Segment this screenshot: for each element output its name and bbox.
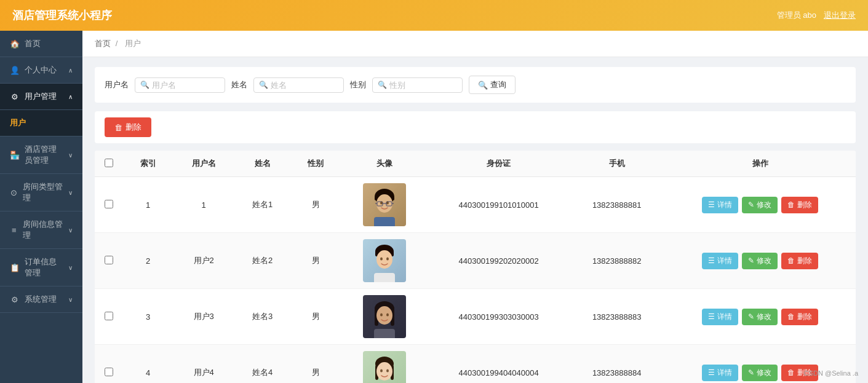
svg-point-25	[386, 314, 389, 317]
select-all-checkbox[interactable]	[105, 159, 113, 167]
row-delete-button[interactable]: 🗑 删除	[781, 253, 818, 269]
svg-point-32	[380, 369, 383, 373]
gender-input-wrap: 🔍	[372, 77, 463, 93]
cell-avatar	[341, 233, 429, 289]
svg-point-9	[380, 202, 383, 205]
col-phone: 手机	[568, 151, 664, 177]
sidebar-item-home[interactable]: 🏠 首页	[0, 31, 82, 57]
sidebar-item-user[interactable]: 用户	[0, 110, 82, 136]
sidebar: 🏠 首页 👤 个人中心 ∧ ⚙ 用户管理 ∧ 用户 🏪 酒店管理员管理 ∨ ⊙ …	[0, 31, 82, 383]
detail-label: 详情	[717, 256, 732, 266]
cell-idcard: 440300199404040004	[429, 345, 568, 384]
row-delete-button[interactable]: 🗑 删除	[781, 197, 818, 213]
cell-actions: ☰ 详情 ✎ 修改 🗑 删除	[665, 345, 856, 384]
edit-button[interactable]: ✎ 修改	[742, 309, 778, 325]
row-select-checkbox[interactable]	[105, 312, 113, 320]
row-checkbox	[95, 345, 123, 384]
row-select-checkbox[interactable]	[105, 200, 113, 208]
detail-button[interactable]: ☰ 详情	[702, 197, 738, 213]
breadcrumb: 首页 / 用户	[82, 31, 868, 57]
edit-button[interactable]: ✎ 修改	[742, 253, 778, 269]
logout-btn[interactable]: 退出登录	[824, 10, 856, 21]
row-delete-button[interactable]: 🗑 删除	[781, 309, 818, 325]
detail-label: 详情	[717, 368, 732, 378]
svg-point-24	[380, 314, 383, 317]
svg-point-16	[380, 258, 383, 261]
sidebar-item-order-mgmt[interactable]: 📋 订单信息管理 ∨	[0, 249, 82, 286]
detail-icon: ☰	[708, 256, 715, 265]
sidebar-item-label: 个人中心	[25, 65, 57, 76]
edit-button[interactable]: ✎ 修改	[742, 365, 778, 381]
query-button[interactable]: 🔍 查询	[469, 76, 516, 94]
detail-icon: ☰	[708, 312, 715, 321]
lastname-search-input[interactable]	[271, 81, 338, 90]
cell-gender: 男	[290, 289, 340, 345]
sidebar-item-user-mgmt[interactable]: ⚙ 用户管理 ∧	[0, 84, 82, 110]
table-body: 1 1 姓名1 男	[95, 177, 856, 384]
sidebar-item-label: 用户管理	[25, 91, 57, 102]
breadcrumb-home[interactable]: 首页	[95, 39, 111, 48]
sidebar-item-label: 用户	[10, 117, 26, 128]
col-idcard: 身份证	[429, 151, 568, 177]
sidebar-item-label: 酒店管理员管理	[25, 144, 63, 166]
person-icon: 👤	[10, 66, 20, 75]
cell-index: 4	[123, 345, 173, 384]
gender-search-input[interactable]	[389, 81, 457, 90]
sidebar-item-label: 首页	[25, 38, 41, 49]
cell-avatar	[341, 177, 429, 233]
edit-button[interactable]: ✎ 修改	[742, 197, 778, 213]
sidebar-item-profile[interactable]: 👤 个人中心 ∧	[0, 57, 82, 84]
admin-label: 管理员 abo	[777, 10, 816, 21]
svg-point-17	[386, 258, 389, 261]
cell-name: 姓名2	[234, 233, 291, 289]
gear-icon: ⚙	[10, 92, 20, 101]
row-delete-icon: 🗑	[787, 200, 795, 209]
sidebar-item-room-type[interactable]: ⊙ 房间类型管理 ∨	[0, 174, 82, 211]
layout: 🏠 首页 👤 个人中心 ∧ ⚙ 用户管理 ∧ 用户 🏪 酒店管理员管理 ∨ ⊙ …	[0, 31, 868, 383]
table-header: 索引 用户名 姓名 性别 头像 身份证 手机 操作	[95, 151, 856, 177]
users-table: 索引 用户名 姓名 性别 头像 身份证 手机 操作 1 1	[95, 151, 856, 383]
row-select-checkbox[interactable]	[105, 256, 113, 264]
cell-username: 1	[173, 177, 234, 233]
lastname-input-wrap: 🔍	[253, 77, 344, 93]
sidebar-item-label: 系统管理	[25, 294, 57, 305]
detail-icon: ☰	[708, 200, 715, 209]
sidebar-item-hotel-mgmt[interactable]: 🏪 酒店管理员管理 ∨	[0, 136, 82, 174]
svg-point-10	[386, 202, 389, 205]
row-delete-icon: 🗑	[787, 256, 795, 265]
detail-button[interactable]: ☰ 详情	[702, 365, 738, 381]
action-bar: 🗑 删除	[95, 111, 856, 143]
detail-button[interactable]: ☰ 详情	[702, 309, 738, 325]
svg-point-23	[376, 306, 392, 325]
table-row: 1 1 姓名1 男	[95, 177, 856, 233]
breadcrumb-current: 用户	[125, 39, 141, 48]
cell-actions: ☰ 详情 ✎ 修改 🗑 删除	[665, 289, 856, 345]
detail-label: 详情	[717, 200, 732, 210]
row-checkbox	[95, 177, 123, 233]
delete-icon: 🗑	[114, 123, 122, 132]
list-icon: ≡	[10, 226, 18, 235]
detail-button[interactable]: ☰ 详情	[702, 253, 738, 269]
table-row: 3 用户3 姓名3 男 440300199303030003 138238888…	[95, 289, 856, 345]
col-index: 索引	[123, 151, 173, 177]
row-checkbox	[95, 289, 123, 345]
cell-phone: 13823888883	[568, 289, 664, 345]
cell-avatar	[341, 345, 429, 384]
sidebar-item-sys-mgmt[interactable]: ⚙ 系统管理 ∨	[0, 286, 82, 313]
sidebar-item-room-info[interactable]: ≡ 房间信息管理 ∨	[0, 211, 82, 249]
sidebar-item-label: 订单信息管理	[25, 256, 63, 278]
svg-rect-11	[374, 217, 395, 226]
batch-delete-button[interactable]: 🗑 删除	[105, 117, 151, 137]
circle-icon: ⊙	[10, 188, 18, 197]
store-icon: 🏪	[10, 151, 20, 160]
edit-icon: ✎	[748, 312, 754, 321]
lastname-search-label: 姓名	[231, 79, 247, 90]
username-search-input[interactable]	[152, 81, 220, 90]
delete-btn-label: 删除	[125, 122, 141, 133]
cell-avatar	[341, 289, 429, 345]
row-select-checkbox[interactable]	[105, 368, 113, 376]
search-icon: 🔍	[140, 81, 149, 89]
cell-idcard: 440300199101010001	[429, 177, 568, 233]
row-delete-label: 删除	[797, 312, 812, 322]
edit-label: 修改	[757, 200, 771, 210]
